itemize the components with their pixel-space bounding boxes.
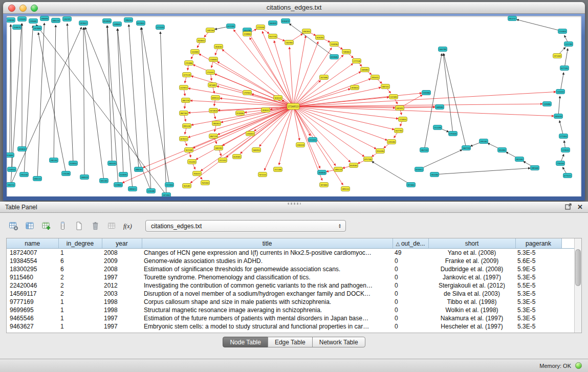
- cell-year[interactable]: 1997: [102, 273, 142, 281]
- column-header-year[interactable]: year: [102, 238, 142, 249]
- table-row[interactable]: 946362711997Embryonic stem cells: a mode…: [7, 322, 575, 331]
- cell-name[interactable]: 9699695: [7, 306, 58, 314]
- graph-node[interactable]: 1262391: [63, 17, 72, 21]
- graph-node[interactable]: 3670314: [180, 137, 188, 141]
- graph-node[interactable]: 1603449: [108, 161, 117, 166]
- cell-name[interactable]: 9777169: [7, 298, 58, 306]
- column-header-pagerank[interactable]: pagerank: [515, 238, 561, 249]
- graph-node[interactable]: 4275120: [183, 73, 191, 77]
- network-canvas[interactable]: 1724051325905861191020228368219060901885…: [7, 16, 581, 196]
- graph-node[interactable]: 1602204: [214, 146, 223, 150]
- graph-node[interactable]: 8516840: [103, 19, 112, 24]
- cell-short[interactable]: Jankovic et al. (1997): [428, 273, 515, 281]
- graph-node[interactable]: 1461904: [285, 40, 294, 45]
- graph-node[interactable]: 2240066: [243, 32, 252, 36]
- cell-title[interactable]: Embryonic stem cells: a model to study s…: [142, 322, 393, 331]
- graph-node[interactable]: 9277494: [560, 66, 569, 71]
- graph-node[interactable]: 7703350: [556, 161, 565, 166]
- close-window-button[interactable]: [8, 5, 15, 12]
- graph-node[interactable]: 2204410: [296, 143, 305, 147]
- cell-in_degree[interactable]: 6: [58, 257, 102, 265]
- cell-out_degree[interactable]: 0: [393, 257, 428, 265]
- cell-year[interactable]: 1997: [102, 314, 142, 322]
- graph-node[interactable]: 1664049: [269, 21, 277, 26]
- graph-node[interactable]: 1621606: [320, 75, 329, 80]
- cell-title[interactable]: Changes of HCN gene expression and I(f) …: [142, 249, 393, 257]
- graph-node[interactable]: 1830441: [262, 108, 270, 113]
- table-row[interactable]: 1872400712008Changes of HCN gene express…: [7, 249, 575, 257]
- table-row[interactable]: 977716911998Corpus callosum shape and si…: [7, 298, 575, 306]
- graph-node[interactable]: 6939606: [330, 55, 339, 59]
- graph-node[interactable]: 1594906: [422, 91, 431, 95]
- cell-title[interactable]: Tourette syndrome. Phenomenology and cla…: [142, 273, 393, 281]
- cell-short[interactable]: Nakamura et al. (1997): [428, 314, 515, 322]
- cell-short[interactable]: Franke et al. (2009): [428, 257, 515, 265]
- graph-node[interactable]: 1873904: [162, 193, 171, 197]
- table-row[interactable]: 1456911722003Disruption of a novel membe…: [7, 290, 575, 298]
- graph-node[interactable]: 2590586: [7, 18, 15, 23]
- graph-node[interactable]: 1830102: [214, 45, 223, 49]
- cell-short[interactable]: Yano et al. (2008): [428, 249, 515, 257]
- show-columns-button[interactable]: [24, 220, 36, 232]
- graph-node[interactable]: 3325014: [180, 85, 188, 90]
- graph-node[interactable]: 8549304: [350, 163, 358, 168]
- edit-table-button[interactable]: [40, 220, 53, 232]
- graph-node[interactable]: 1771034: [559, 134, 568, 139]
- graph-node[interactable]: 1986264: [124, 18, 133, 23]
- graph-node[interactable]: 4820044: [197, 38, 206, 43]
- cell-in_degree[interactable]: 1: [58, 306, 102, 314]
- graph-node[interactable]: 1228604: [114, 183, 123, 187]
- float-panel-icon[interactable]: [565, 203, 572, 212]
- graph-node[interactable]: 3867304: [180, 111, 188, 116]
- graph-node[interactable]: 1558206: [330, 42, 339, 47]
- graph-node[interactable]: 1194306: [62, 171, 71, 176]
- graph-node[interactable]: 1511406: [274, 167, 282, 172]
- graph-node[interactable]: 1221789: [564, 42, 573, 47]
- graph-node[interactable]: 7254494: [188, 160, 197, 164]
- graph-node[interactable]: 3067210: [182, 98, 190, 103]
- cell-name[interactable]: 14569117: [7, 290, 58, 298]
- graph-node[interactable]: 1753441: [206, 70, 215, 75]
- graph-node[interactable]: 1833904: [498, 148, 507, 152]
- graph-node[interactable]: 2260604: [209, 57, 218, 62]
- cell-in_degree[interactable]: 6: [58, 265, 102, 273]
- cell-pagerank[interactable]: 5.3E-5: [515, 298, 561, 306]
- column-header-short[interactable]: short: [428, 238, 515, 249]
- graph-node[interactable]: 1867239: [420, 148, 429, 152]
- graph-node[interactable]: 7036441: [193, 171, 202, 176]
- graph-node[interactable]: 2814747: [508, 16, 517, 21]
- table-select-combo[interactable]: citations_edges.txt ▲▼: [145, 220, 346, 232]
- cell-in_degree[interactable]: 2: [58, 273, 102, 281]
- new-table-button[interactable]: [73, 220, 85, 232]
- graph-node[interactable]: 0999143: [211, 96, 220, 100]
- graph-node[interactable]: 2520934: [69, 161, 78, 166]
- import-table-button[interactable]: [105, 220, 118, 232]
- graph-node[interactable]: 1604933: [252, 148, 261, 152]
- cell-title[interactable]: Estimation of the future numbers of pati…: [142, 314, 393, 322]
- tab-network-table[interactable]: Network Table: [312, 337, 365, 347]
- cell-title[interactable]: Investigating the contribution of common…: [142, 281, 393, 290]
- graph-node[interactable]: 1595806: [543, 102, 552, 106]
- cell-short[interactable]: Dudbridge et al. (2008): [428, 265, 515, 273]
- cell-out_degree[interactable]: 0: [393, 298, 428, 306]
- cell-year[interactable]: 2008: [102, 265, 142, 273]
- cell-pagerank[interactable]: 5.6E-5: [515, 257, 561, 265]
- graph-node[interactable]: 1660420: [80, 175, 89, 180]
- cell-name[interactable]: 18724007: [7, 249, 58, 257]
- cell-year[interactable]: 2003: [102, 290, 142, 298]
- graph-node[interactable]: 1895144: [341, 187, 350, 191]
- graph-node[interactable]: 1595406: [387, 140, 396, 144]
- tab-node-table[interactable]: Node Table: [223, 337, 268, 347]
- close-panel-icon[interactable]: ✕: [577, 204, 583, 210]
- graph-node[interactable]: 1906090: [40, 16, 49, 21]
- cell-in_degree[interactable]: 2: [58, 290, 102, 298]
- graph-node[interactable]: 1981394: [50, 158, 58, 163]
- graph-node[interactable]: 7673144: [258, 172, 267, 177]
- cell-year[interactable]: 2009: [102, 257, 142, 265]
- graph-node[interactable]: 1667210: [462, 146, 471, 150]
- cell-title[interactable]: Genome-wide association studies in ADHD.: [142, 257, 393, 265]
- graph-node[interactable]: 1511443: [219, 158, 227, 163]
- graph-node[interactable]: 7485063: [342, 50, 351, 54]
- cell-short[interactable]: Wolkin et al. (1998): [428, 306, 515, 314]
- cell-year[interactable]: 2008: [102, 249, 142, 257]
